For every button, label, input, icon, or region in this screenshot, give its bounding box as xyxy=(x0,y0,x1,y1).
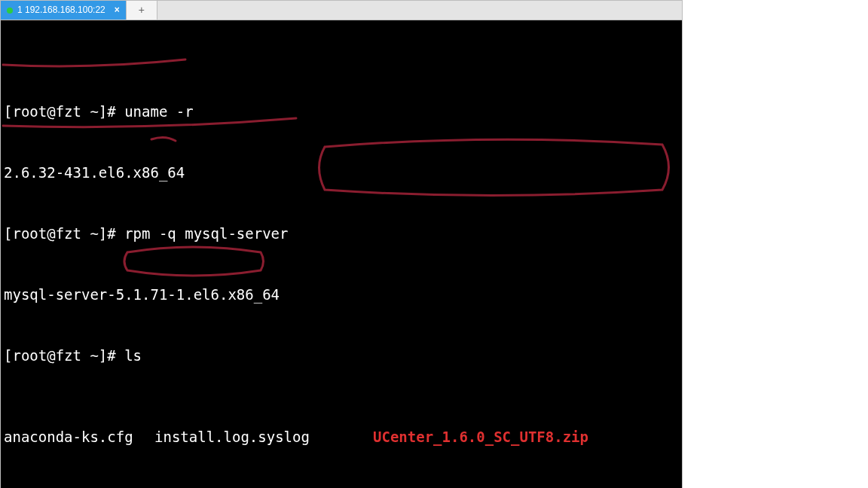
prompt: [root@fzt ~]# xyxy=(4,225,124,242)
cmd-ls: ls xyxy=(124,347,142,364)
new-tab-button[interactable]: + xyxy=(126,1,157,20)
ls-item-archive: UCenter_1.6.0_SC_UTF8.zip xyxy=(373,427,588,447)
close-tab-icon[interactable]: × xyxy=(115,1,120,20)
tab-bar: 1 192.168.168.100:22 × + xyxy=(1,1,682,20)
term-line: [root@fzt ~]# ls xyxy=(1,346,682,366)
kernel-version: 2.6.32-431.el6.x86_64 xyxy=(4,164,185,181)
prompt: [root@fzt ~]# xyxy=(4,103,124,120)
ls-item: anaconda-ks.cfg xyxy=(4,427,154,447)
plus-icon: + xyxy=(139,1,145,20)
prompt: [root@fzt ~]# xyxy=(4,347,124,364)
term-line: 2.6.32-431.el6.x86_64 xyxy=(1,163,682,183)
cmd-uname: uname -r xyxy=(124,103,194,120)
term-line: [root@fzt ~]# uname -r xyxy=(1,102,682,122)
tab-label: 1 192.168.168.100:22 xyxy=(17,1,105,20)
term-line: [root@fzt ~]# rpm -q mysql-server xyxy=(1,224,682,244)
cmd-rpm: rpm -q mysql-server xyxy=(124,225,288,242)
ls-row: anaconda-ks.cfginstall.log.syslogUCenter… xyxy=(1,427,682,447)
terminal-tab-active[interactable]: 1 192.168.168.100:22 × xyxy=(1,1,126,20)
term-line: mysql-server-5.1.71-1.el6.x86_64 xyxy=(1,285,682,305)
terminal-window: 1 192.168.168.100:22 × + [root@fzt ~]# u… xyxy=(0,0,683,488)
connection-indicator-icon xyxy=(7,8,13,14)
rpm-output: mysql-server-5.1.71-1.el6.x86_64 xyxy=(4,286,280,303)
ls-item: install.log.syslog xyxy=(154,427,373,447)
terminal-output[interactable]: [root@fzt ~]# uname -r 2.6.32-431.el6.x8… xyxy=(1,20,682,488)
